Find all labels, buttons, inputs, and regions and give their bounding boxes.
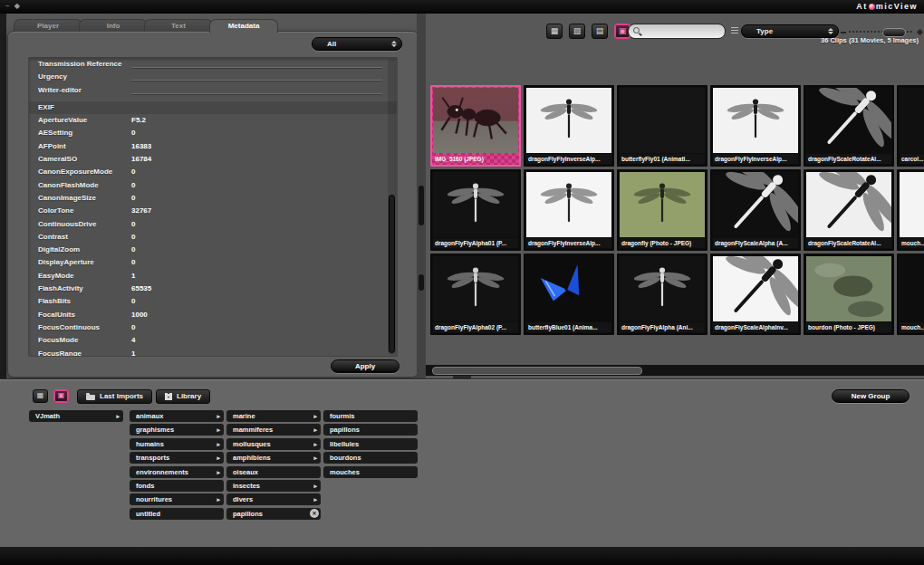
thumbnail-cell[interactable]: butterflyFly01 (Animati... [617, 85, 707, 167]
thumbnail-label: carcol... [900, 154, 924, 164]
metadata-field-label: FocusMode [38, 334, 78, 347]
remove-icon[interactable]: ✕ [310, 509, 319, 518]
metadata-filter-dropdown[interactable]: All [312, 37, 402, 51]
group-pill-insectes[interactable]: insectes▸ [226, 480, 321, 492]
thumbnail-cell[interactable]: dragonFlyFlyInverseAlp... [524, 169, 614, 251]
metadata-field-label: DigitalZoom [38, 244, 80, 256]
thumbnail-cell[interactable]: dragonFlyFlyInverseAlp... [710, 85, 801, 167]
group-pill-label: graphismes [136, 424, 210, 436]
metadata-field-value: F5.2 [131, 114, 146, 127]
thumbnail-label: dragonFlyScaleRotateAl... [806, 238, 891, 248]
stepper-icon [391, 41, 398, 48]
metadata-field-label: CanonFlashMode [38, 179, 99, 192]
metadata-row: FlashBits0 [29, 295, 397, 308]
thumbnail-cell[interactable]: mouch... [897, 169, 924, 251]
zoom-window-icon[interactable]: ◆ [14, 2, 24, 10]
thumbnail-cell[interactable]: dragonFlyScaleRotateAl... [804, 85, 894, 167]
group-pill-environnements[interactable]: environnements▸ [130, 466, 224, 478]
metadata-row: ContinuousDrive0 [29, 218, 397, 231]
metadata-field-label: EXIF [38, 101, 54, 114]
chevron-right-icon: ▸ [217, 424, 220, 436]
thumbnail-cell[interactable]: dragonFlyFlyAlpha (Ani... [617, 254, 707, 335]
logo-text-pre: At [856, 2, 868, 11]
divider-handle[interactable] [419, 274, 424, 291]
chevron-right-icon: ▸ [217, 410, 220, 422]
thumbnail-cell[interactable]: carcol... [897, 85, 924, 167]
group-pill-libellules[interactable]: libellules [323, 438, 418, 450]
metadata-field-input[interactable] [131, 93, 382, 94]
thumbnail-label: dragonfly (Photo - JPEG) [620, 238, 705, 248]
metadata-field-input[interactable] [131, 67, 382, 68]
library-label: Library [177, 390, 201, 403]
thumbnail-cell[interactable]: mouch... [897, 254, 924, 335]
group-pill-animaux[interactable]: animaux▸ [130, 410, 224, 422]
thumbnail-cell[interactable]: dragonfly (Photo - JPEG) [617, 169, 707, 251]
group-pill-label: fonds [136, 480, 210, 492]
group-pill-VJmath[interactable]: VJmath▸ [29, 410, 123, 422]
group-pill-marine[interactable]: marine▸ [226, 410, 321, 422]
group-pill-label: mollusques [233, 438, 307, 450]
metadata-row: Transmission Reference [29, 58, 397, 71]
panel-divider[interactable] [417, 14, 426, 378]
metadata-field-label: CanonImageSize [38, 192, 96, 205]
metadata-field-value: 0 [131, 166, 135, 178]
group-pill-nourritures[interactable]: nourritures▸ [130, 493, 224, 505]
scrollbar-thumb[interactable] [432, 367, 642, 375]
list-view-button[interactable]: ▣ [53, 389, 69, 403]
metadata-row: CanonExposureMode0 [29, 166, 397, 178]
group-pill-untitled[interactable]: untitled [130, 508, 224, 520]
thumbnail-label: dragonFlyScaleAlphaInv... [713, 322, 798, 332]
scrollbar-thumb[interactable] [389, 195, 395, 353]
thumbnail-cell[interactable]: dragonFlyFlyAlpha02 (P... [430, 254, 521, 335]
group-pill-label: libellules [330, 438, 404, 450]
thumbnail-image [713, 88, 798, 153]
group-pill-humains[interactable]: humains▸ [130, 438, 224, 450]
group-pill-amphibiens[interactable]: amphibiens▸ [226, 452, 321, 464]
thumbnail-image [806, 256, 891, 321]
tab-player[interactable]: Player [14, 19, 82, 32]
tab-text[interactable]: Text [144, 19, 213, 32]
thumbnail-label: dragonFlyFlyAlpha (Ani... [620, 322, 705, 332]
group-pill-transports[interactable]: transports▸ [130, 452, 224, 464]
metadata-scrollbar[interactable] [388, 59, 396, 355]
tab-metadata[interactable]: Metadata [209, 19, 278, 33]
thumbnail-cell[interactable]: dragonFlyScaleAlphaInv... [710, 254, 801, 335]
group-pill-fonds[interactable]: fonds [130, 480, 224, 492]
metadata-field-value: 0 [131, 127, 135, 139]
thumbnail-cell[interactable]: bourdon (Photo - JPEG) [804, 254, 894, 335]
group-pill-papillons[interactable]: papillons✕ [226, 508, 321, 520]
last-imports-button[interactable]: Last Imports [77, 389, 152, 404]
group-pill-mammiferes[interactable]: mammiferes▸ [226, 424, 321, 436]
thumbnail-cell[interactable]: dragonFlyScaleRotateAl... [804, 169, 894, 251]
group-pill-papillons[interactable]: papillons [323, 424, 418, 436]
group-pill-fourmis[interactable]: fourmis [323, 410, 418, 422]
thumbnail-cell[interactable]: dragonFlyFlyAlpha01 (P... [430, 169, 521, 251]
thumbnail-cell[interactable]: dragonFlyScaleAlpha (A... [710, 169, 801, 251]
thumbnail-cell[interactable]: dragonFlyFlyInverseAlp... [524, 85, 614, 167]
group-pill-divers[interactable]: divers▸ [226, 493, 321, 505]
thumbnail-cell[interactable]: IMG_5160 (JPEG) [430, 85, 521, 167]
grid-view-button[interactable]: ▦ [33, 389, 48, 403]
group-pill-label: insectes [233, 480, 307, 492]
thumbnail-cell[interactable]: butterflyBlue01 (Anima... [524, 254, 614, 335]
group-pill-bourdons[interactable]: bourdons [323, 452, 418, 464]
apply-button[interactable]: Apply [331, 359, 399, 373]
tab-info[interactable]: Info [79, 19, 148, 32]
thumbnail-image [620, 172, 705, 237]
window-controls[interactable]: −◆ [5, 2, 24, 10]
group-pill-label: papillons [330, 424, 404, 436]
group-pill-graphismes[interactable]: graphismes▸ [130, 424, 224, 436]
new-group-button[interactable]: New Group [832, 389, 910, 403]
group-pill-oiseaux[interactable]: oiseaux [226, 466, 321, 478]
metadata-field-label: AFPoint [38, 140, 66, 153]
metadata-field-label: ContinuousDrive [38, 218, 96, 231]
group-pill-mouches[interactable]: mouches [323, 466, 418, 478]
horizontal-scrollbar[interactable] [426, 365, 924, 376]
groups-view-buttons: ▦▣ [33, 389, 69, 403]
group-pill-mollusques[interactable]: mollusques▸ [226, 438, 321, 450]
library-button[interactable]: Library [156, 389, 210, 404]
minimize-icon[interactable]: − [5, 2, 14, 10]
metadata-field-input[interactable] [131, 80, 382, 81]
divider-handle[interactable] [419, 186, 424, 225]
metadata-field-label: FlashActivity [38, 282, 83, 295]
